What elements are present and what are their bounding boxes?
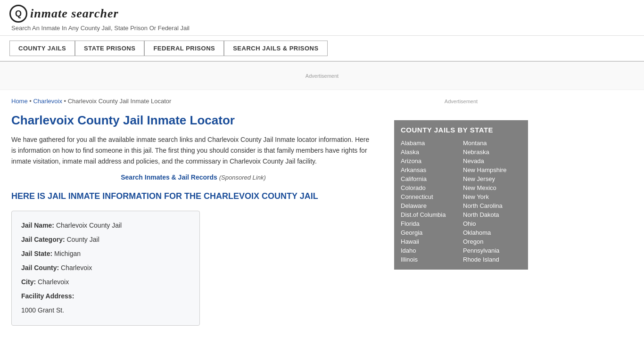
nav-county-jails[interactable]: COUNTY JAILS xyxy=(9,41,75,56)
sponsored-link[interactable]: Search Inmates & Jail Records xyxy=(121,173,217,181)
nav-state-prisons[interactable]: STATE PRISONS xyxy=(75,41,144,56)
logo-area: Q inmate searcher xyxy=(9,5,635,23)
breadcrumb: Home • Charlevoix • Charlevoix County Ja… xyxy=(11,98,375,105)
state-link-idaho[interactable]: Idaho xyxy=(401,246,459,255)
header: Q inmate searcher Search An Inmate In An… xyxy=(0,0,644,36)
state-link-arkansas[interactable]: Arkansas xyxy=(401,165,459,174)
breadcrumb-parent[interactable]: Charlevoix xyxy=(33,98,62,105)
navigation: COUNTY JAILS STATE PRISONS FEDERAL PRISO… xyxy=(0,36,644,62)
jail-address-value-row: 1000 Grant St. xyxy=(21,304,190,317)
state-link-nevada[interactable]: Nevada xyxy=(463,156,521,165)
main-content: Home • Charlevoix • Charlevoix County Ja… xyxy=(0,90,387,333)
nav-federal-prisons[interactable]: FEDERAL PRISONS xyxy=(144,41,224,56)
section-heading: HERE IS JAIL INMATE INFORMATION FOR THE … xyxy=(11,190,375,202)
jail-address-value: 1000 Grant St. xyxy=(21,306,64,314)
state-link-georgia[interactable]: Georgia xyxy=(401,228,459,237)
state-grid: AlabamaAlaskaArizonaArkansasCaliforniaCo… xyxy=(401,139,521,264)
jail-category-value: County Jail xyxy=(66,236,99,243)
logo-text: inmate searcher xyxy=(30,7,119,21)
jail-state-value: Michigan xyxy=(54,250,81,257)
state-link-alabama[interactable]: Alabama xyxy=(401,139,459,148)
state-link-hawaii[interactable]: Hawaii xyxy=(401,237,459,246)
top-advertisement: Advertisement xyxy=(0,62,644,90)
state-link-new-york[interactable]: New York xyxy=(463,192,521,201)
jail-category-label: Jail Category: xyxy=(21,236,65,243)
jail-city-label: City: xyxy=(21,278,36,286)
tagline: Search An Inmate In Any County Jail, Sta… xyxy=(11,25,635,32)
sidebar: Advertisement COUNTY JAILS BY STATE Alab… xyxy=(387,90,533,333)
state-link-montana[interactable]: Montana xyxy=(463,139,521,148)
main-layout: Home • Charlevoix • Charlevoix County Ja… xyxy=(0,90,644,333)
jail-city-row: City: Charlevoix xyxy=(21,275,190,288)
state-box-title: COUNTY JAILS BY STATE xyxy=(401,126,521,134)
state-link-ohio[interactable]: Ohio xyxy=(463,219,521,228)
state-link-oklahoma[interactable]: Oklahoma xyxy=(463,228,521,237)
state-link-alaska[interactable]: Alaska xyxy=(401,148,459,156)
state-link-arizona[interactable]: Arizona xyxy=(401,156,459,165)
jail-city-value: Charlevoix xyxy=(38,278,69,286)
state-link-north-dakota[interactable]: North Dakota xyxy=(463,210,521,219)
state-link-rhode-island[interactable]: Rhode Island xyxy=(463,255,521,264)
state-link-pennsylvania[interactable]: Pennsylvania xyxy=(463,246,521,255)
jail-state-label: Jail State: xyxy=(21,250,52,257)
state-link-california[interactable]: California xyxy=(401,174,459,183)
states-left-column: AlabamaAlaskaArizonaArkansasCaliforniaCo… xyxy=(401,139,459,264)
state-link-north-carolina[interactable]: North Carolina xyxy=(463,201,521,210)
states-right-column: MontanaNebraskaNevadaNew HampshireNew Je… xyxy=(463,139,521,264)
state-link-new-mexico[interactable]: New Mexico xyxy=(463,183,521,192)
ad-label: Advertisement xyxy=(305,73,339,79)
state-link-new-hampshire[interactable]: New Hampshire xyxy=(463,165,521,174)
jail-state-row: Jail State: Michigan xyxy=(21,247,190,260)
jail-county-value: Charlevoix xyxy=(61,264,92,272)
jail-address-row: Facility Address: xyxy=(21,289,190,303)
state-link-delaware[interactable]: Delaware xyxy=(401,201,459,210)
state-link-dist.of-columbia[interactable]: Dist.of Columbia xyxy=(401,210,459,219)
county-jails-by-state: COUNTY JAILS BY STATE AlabamaAlaskaArizo… xyxy=(394,120,528,270)
jail-info-box: Jail Name: Charlevoix County Jail Jail C… xyxy=(11,211,200,326)
intro-text: We have gathered for you all the availab… xyxy=(11,134,375,167)
jail-address-label: Facility Address: xyxy=(21,292,74,300)
jail-name-value: Charlevoix County Jail xyxy=(56,222,122,229)
nav-search-jails[interactable]: SEARCH JAILS & PRISONS xyxy=(224,41,327,56)
jail-county-label: Jail County: xyxy=(21,264,59,272)
jail-name-row: Jail Name: Charlevoix County Jail xyxy=(21,219,190,232)
page-title: Charlevoix County Jail Inmate Locator xyxy=(11,113,375,128)
sidebar-advertisement: Advertisement xyxy=(394,95,528,114)
jail-name-label: Jail Name: xyxy=(21,222,54,229)
state-link-oregon[interactable]: Oregon xyxy=(463,237,521,246)
breadcrumb-home[interactable]: Home xyxy=(11,98,28,105)
jail-category-row: Jail Category: County Jail xyxy=(21,233,190,246)
state-link-connecticut[interactable]: Connecticut xyxy=(401,192,459,201)
logo-icon: Q xyxy=(9,5,27,23)
jail-county-row: Jail County: Charlevoix xyxy=(21,261,190,274)
breadcrumb-current: Charlevoix County Jail Inmate Locator xyxy=(68,98,172,105)
sidebar-ad-label: Advertisement xyxy=(445,99,478,104)
state-link-nebraska[interactable]: Nebraska xyxy=(463,148,521,156)
state-link-colorado[interactable]: Colorado xyxy=(401,183,459,192)
state-link-florida[interactable]: Florida xyxy=(401,219,459,228)
sponsored-link-area: Search Inmates & Jail Records (Sponsored… xyxy=(11,173,375,181)
state-link-illinois[interactable]: Illinois xyxy=(401,255,459,264)
sponsored-suffix: (Sponsored Link) xyxy=(219,174,266,181)
state-link-new-jersey[interactable]: New Jersey xyxy=(463,174,521,183)
